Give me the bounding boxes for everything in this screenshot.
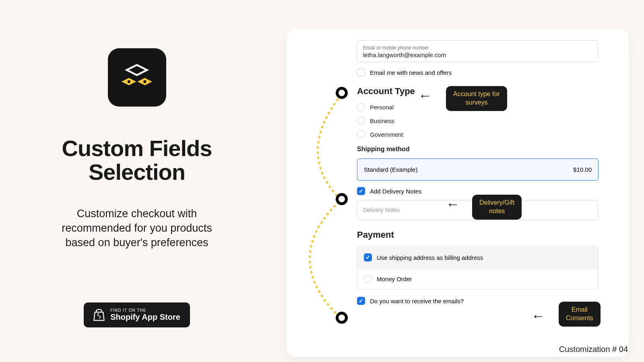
- shipping-method-heading: Shipping method: [357, 146, 599, 153]
- money-order-radio[interactable]: [364, 275, 372, 283]
- bullet-marker: [336, 193, 348, 205]
- shipping-price: $10.00: [573, 166, 592, 173]
- money-order-label: Money Order: [377, 276, 412, 282]
- page-title: Custom FieldsSelection: [62, 137, 212, 184]
- arrow-icon: ←: [418, 88, 432, 103]
- arrow-icon: ←: [446, 196, 460, 212]
- shopping-bag-icon: [93, 309, 105, 321]
- bullet-marker: [336, 312, 348, 324]
- account-radio-business[interactable]: [357, 117, 365, 125]
- svg-point-4: [143, 80, 146, 83]
- shopify-app-store-badge[interactable]: FIND IT ON THE Shopify App Store: [84, 302, 190, 327]
- account-radio-personal[interactable]: [357, 103, 365, 111]
- callout-email-consents: Email Consents: [559, 302, 601, 327]
- billing-address-option[interactable]: Use shipping address as billing address: [357, 247, 598, 268]
- delivery-notes-checkbox[interactable]: [357, 187, 365, 195]
- email-field[interactable]: Email or mobile phone number letha.langw…: [357, 40, 599, 62]
- account-radio-government[interactable]: [357, 130, 365, 138]
- billing-label: Use shipping address as billing address: [377, 254, 483, 261]
- shipping-option[interactable]: Standard (Example) $10.00: [357, 158, 599, 181]
- footer-customization-number: Customization # 04: [559, 345, 628, 354]
- shipping-name: Standard (Example): [364, 166, 417, 173]
- radio-label: Business: [370, 117, 394, 124]
- app-logo-icon: [108, 48, 166, 107]
- news-checkbox[interactable]: [357, 68, 365, 76]
- email-consent-label: Do you want to receive the emails?: [370, 298, 464, 304]
- badge-small-text: FIND IT ON THE: [110, 308, 180, 313]
- news-label: Email me with news and offers: [370, 69, 452, 76]
- bullet-marker: [336, 87, 348, 99]
- email-consent-checkbox[interactable]: [357, 297, 365, 305]
- email-value: letha.langworth@example.com: [363, 51, 592, 58]
- svg-point-2: [128, 80, 130, 83]
- callout-delivery-notes: Delivery/Gift notes: [472, 195, 522, 220]
- payment-heading: Payment: [357, 230, 599, 240]
- svg-marker-0: [127, 65, 147, 75]
- billing-checkbox[interactable]: [364, 253, 372, 261]
- arrow-icon: ←: [531, 308, 545, 324]
- radio-label: Government: [370, 131, 403, 138]
- badge-title: Shopify App Store: [110, 313, 180, 321]
- radio-label: Personal: [370, 104, 394, 111]
- page-subtitle: Customize checkout with recommended for …: [62, 206, 212, 250]
- delivery-notes-label: Add Delivery Notes: [370, 188, 421, 195]
- money-order-option[interactable]: Money Order: [357, 268, 598, 289]
- callout-account-type: Account type for surveys: [446, 86, 507, 111]
- email-label: Email or mobile phone number: [363, 45, 429, 51]
